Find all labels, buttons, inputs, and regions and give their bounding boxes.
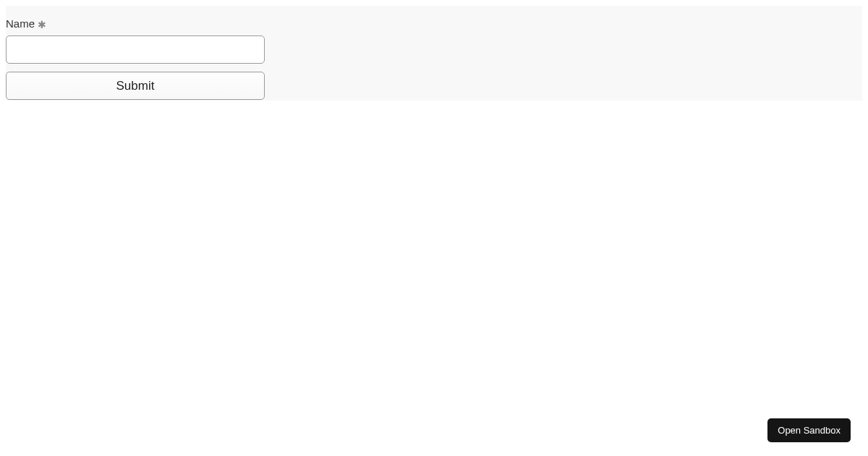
required-indicator-icon: ✱ [38, 19, 46, 30]
open-sandbox-button[interactable]: Open Sandbox [767, 418, 851, 442]
name-input[interactable] [6, 35, 265, 64]
name-field-label: Name ✱ [6, 17, 862, 30]
name-label-text: Name [6, 17, 35, 30]
submit-button[interactable]: Submit [6, 72, 265, 100]
form-container: Name ✱ Submit [6, 6, 862, 101]
